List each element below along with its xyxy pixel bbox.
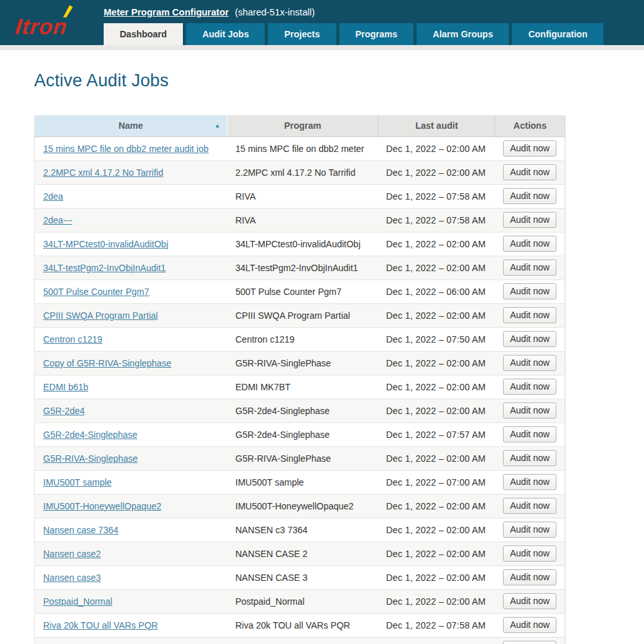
audit-job-link[interactable]: 2dea---: [43, 215, 72, 225]
audit-now-button[interactable]: Audit now: [503, 569, 556, 585]
audit-now-button[interactable]: Audit now: [503, 379, 556, 395]
cell-actions: Audit now: [495, 542, 565, 565]
audit-job-link[interactable]: EDMI b61b: [43, 382, 88, 392]
audit-job-link[interactable]: Nansen case2: [43, 549, 101, 559]
cell-actions: Audit now: [495, 565, 565, 589]
cell-name: 500T Pulse Counter Pgm7: [35, 279, 227, 303]
cell-name: Nansen case3: [35, 565, 227, 589]
tab-programs[interactable]: Programs: [339, 23, 413, 45]
audit-now-button[interactable]: Audit now: [503, 402, 556, 419]
cell-name: 2.2MPC xml 4.17.2 No Tarrifid: [35, 160, 227, 184]
table-row: G5R-RIVA-SinglephaseG5R-RIVA-SinglePhase…: [35, 446, 565, 470]
audit-job-link[interactable]: Copy of G5R-RIVA-Singlephase: [43, 358, 171, 368]
tab-dashboard[interactable]: Dashboard: [104, 23, 183, 45]
cell-name: IMU500T-HoneywellOpaque2: [35, 494, 227, 518]
audit-now-button[interactable]: Audit now: [503, 283, 556, 299]
table-row: Nansen case2NANSEN CASE 2Dec 1, 2022 – 0…: [35, 542, 565, 565]
audit-now-button[interactable]: Audit now: [503, 331, 556, 347]
audit-job-link[interactable]: 34LT-testPgm2-InvObjInAudit1: [43, 263, 166, 273]
table-row: 2.2MPC xml 4.17.2 No Tarrifid2.2MPC xml …: [35, 160, 565, 184]
cell-last-audit: Dec 1, 2022 – 02:00 AM: [379, 542, 495, 565]
cell-name: Copy of G5R-RIVA-Singlephase: [35, 351, 227, 375]
audit-job-link[interactable]: Riva 20k TOU all VARs PQR: [43, 620, 158, 630]
audit-now-button[interactable]: Audit now: [503, 426, 556, 442]
audit-table-body: 15 mins MPC file on dbb2 meter audit job…: [35, 137, 565, 644]
table-header-row: Name ▲ Program Last audit Actions: [35, 115, 565, 137]
audit-job-link[interactable]: IMU500T-HoneywellOpaque2: [43, 501, 162, 511]
cell-last-audit: Dec 1, 2022 – 07:50 AM: [379, 327, 495, 351]
table-row: IMU500T sampleIMU500T sampleDec 1, 2022 …: [35, 470, 565, 494]
tab-configuration[interactable]: Configuration: [512, 23, 603, 45]
cell-actions: Audit now: [495, 637, 565, 644]
cell-last-audit: Dec 1, 2022 – 02:00 AM: [379, 351, 495, 375]
cell-last-audit: Dec 1, 2022 – 02:00 AM: [379, 256, 495, 279]
cell-actions: Audit now: [495, 279, 565, 303]
audit-now-button[interactable]: Audit now: [503, 307, 556, 323]
audit-now-button[interactable]: Audit now: [503, 522, 556, 538]
audit-job-link[interactable]: Nansen case 7364: [43, 525, 118, 535]
cell-actions: Audit now: [495, 184, 565, 208]
tab-projects[interactable]: Projects: [268, 23, 336, 45]
cell-last-audit: Dec 1, 2022 – 02:00 AM: [379, 399, 495, 422]
cell-program: IMU500T sample: [227, 470, 379, 494]
audit-job-link[interactable]: G5R-2de4: [43, 406, 85, 416]
cell-actions: Audit now: [495, 470, 565, 494]
cell-last-audit: Dec 1, 2022 – 02:00 AM: [379, 303, 495, 327]
page-title: Active Audit Jobs: [34, 71, 644, 91]
tab-audit-jobs[interactable]: Audit Jobs: [186, 23, 265, 45]
audit-job-link[interactable]: 500T Pulse Counter Pgm7: [43, 287, 149, 297]
table-row: G5R-2de4-SinglephaseG5R-2de4-Singlephase…: [35, 422, 565, 446]
cell-program: RIVA: [227, 184, 379, 208]
audit-now-button[interactable]: Audit now: [503, 188, 556, 204]
cell-actions: Audit now: [495, 160, 565, 184]
audit-job-link[interactable]: IMU500T sample: [43, 477, 111, 488]
table-row: 34LT-testPgm2-InvObjInAudit134LT-testPgm…: [35, 256, 565, 279]
audit-job-link[interactable]: 2dea: [43, 191, 63, 202]
audit-job-link[interactable]: Postpaid_Normal: [43, 596, 112, 607]
audit-now-button[interactable]: Audit now: [503, 545, 556, 562]
cell-program: NANSEN c3 7364: [227, 518, 379, 542]
cell-name: IMU500T sample: [35, 470, 227, 494]
audit-now-button[interactable]: Audit now: [503, 355, 556, 371]
audit-now-button[interactable]: Audit now: [503, 212, 556, 228]
audit-job-link[interactable]: Nansen case3: [43, 573, 101, 583]
audit-now-button[interactable]: Audit now: [503, 617, 556, 633]
cell-actions: Audit now: [495, 518, 565, 542]
cell-last-audit: Dec 1, 2022 – 07:00 AM: [379, 470, 495, 494]
app-title-link[interactable]: Meter Program Configurator: [104, 7, 229, 17]
column-header-last-audit[interactable]: Last audit: [379, 115, 495, 137]
audit-job-link[interactable]: 2.2MPC xml 4.17.2 No Tarrifid: [43, 167, 163, 178]
tab-alarm-groups[interactable]: Alarm Groups: [417, 23, 509, 45]
audit-job-link[interactable]: CPIII SWQA Program Partial: [43, 310, 158, 321]
table-row: Riva 20k TOU all VARs PQRRiva 20k TOU al…: [35, 613, 565, 637]
cell-name: 34LT-testPgm2-InvObjInAudit1: [35, 256, 227, 279]
cell-program: NANSEN CASE 3: [227, 565, 379, 589]
column-header-name[interactable]: Name ▲: [35, 115, 227, 137]
cell-name: 34LT-MPCtest0-invalidAuditObj: [35, 232, 227, 256]
audit-now-button[interactable]: Audit now: [503, 140, 556, 156]
audit-now-button[interactable]: Audit now: [503, 641, 556, 644]
audit-job-link[interactable]: G5R-RIVA-Singlephase: [43, 453, 138, 464]
cell-name: CPIII SWQA Program Partial: [35, 303, 227, 327]
app-title-line: Meter Program Configurator (shared-51x-i…: [104, 6, 315, 18]
audit-now-button[interactable]: Audit now: [503, 474, 556, 490]
cell-last-audit: Dec 1, 2022 – 02:00 AM: [379, 232, 495, 256]
audit-job-link[interactable]: 34LT-MPCtest0-invalidAuditObj: [43, 239, 168, 249]
cell-name: Riva 20k TOU all VARs PQR: [35, 613, 227, 637]
audit-job-link[interactable]: Centron c1219: [43, 334, 102, 345]
audit-now-button[interactable]: Audit now: [503, 450, 556, 466]
column-header-program[interactable]: Program: [227, 115, 379, 137]
audit-now-button[interactable]: Audit now: [503, 260, 556, 276]
cell-program: G5R-2de4-Singlephase: [227, 399, 379, 422]
cell-actions: Audit now: [495, 303, 565, 327]
audit-job-link[interactable]: G5R-2de4-Singlephase: [43, 430, 137, 440]
table-row: Nansen case3NANSEN CASE 3Dec 1, 2022 – 0…: [35, 565, 565, 589]
audit-now-button[interactable]: Audit now: [503, 498, 556, 514]
cell-actions: Audit now: [495, 327, 565, 351]
audit-now-button[interactable]: Audit now: [503, 593, 556, 609]
main-nav: DashboardAudit JobsProjectsProgramsAlarm…: [104, 23, 603, 45]
audit-now-button[interactable]: Audit now: [503, 236, 556, 252]
audit-job-link[interactable]: 15 mins MPC file on dbb2 meter audit job: [43, 144, 209, 154]
itron-bolt-icon: [59, 5, 73, 18]
audit-now-button[interactable]: Audit now: [503, 164, 556, 180]
